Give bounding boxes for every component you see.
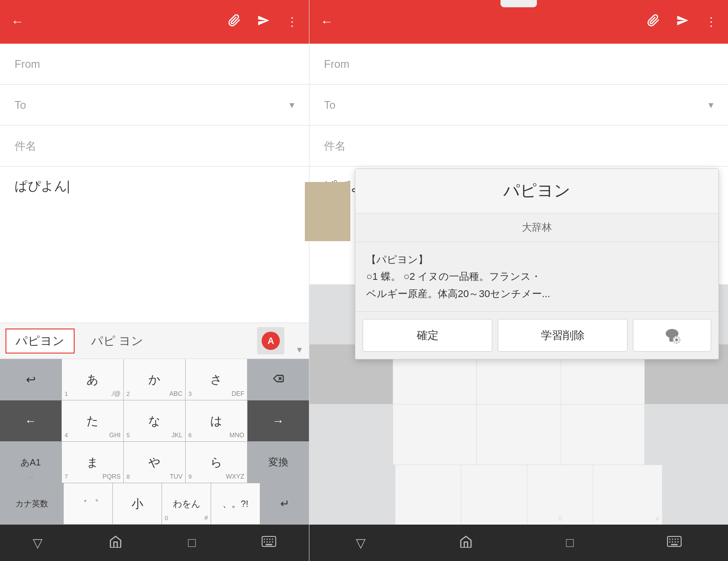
right-to-label: To (324, 99, 360, 111)
right-subject-label: 件名 (324, 139, 360, 153)
left-key-mode[interactable]: あA1 … (0, 442, 62, 483)
left-nav-home[interactable] (109, 535, 122, 551)
left-key-right[interactable]: → (248, 400, 309, 441)
left-key-dakuten[interactable]: ゛ ゜ (64, 483, 113, 524)
left-subject-label: 件名 (15, 139, 51, 153)
left-text-cursor (68, 181, 69, 193)
left-key-enter[interactable]: ↵ (260, 483, 309, 524)
left-compose-body[interactable]: ぱぴよん (0, 167, 309, 206)
left-keyboard-row-4: カナ英数 ゛ ゜ 小 わをん 0 # 、。?! ↵ (0, 483, 309, 525)
left-nav-back[interactable]: ▽ (33, 536, 43, 551)
left-more-icon[interactable]: ⋮ (286, 15, 298, 29)
dict-body-text: 【パピヨン】 ○1 蝶。 ○2 イヌの一品種。フランス・ ベルギー原産。体高20… (366, 254, 550, 299)
left-bottom-nav: ▽ □ (0, 525, 309, 561)
right-from-label: From (324, 58, 360, 71)
dict-source: 大辞林 (355, 213, 718, 242)
scroll-indicator (500, 0, 537, 7)
left-top-bar: ← ⋮ (0, 0, 309, 44)
left-to-label: To (15, 99, 51, 111)
left-keyboard-row-2: ← た 4 GHI な 5 JKL は 6 MNO → (0, 400, 309, 442)
right-to-chevron[interactable]: ▾ (708, 99, 713, 111)
left-key-left[interactable]: ← (0, 400, 62, 441)
left-suggestion-down[interactable]: ▼ (290, 344, 309, 359)
dict-confirm-btn[interactable]: 確定 (363, 319, 492, 352)
right-to-row[interactable]: To ▾ (309, 85, 728, 126)
left-key-ha[interactable]: は 6 MNO (186, 400, 248, 441)
left-key-a[interactable]: あ 1 ./@ (62, 359, 124, 400)
left-key-ma[interactable]: ま 7 PQRS (62, 442, 124, 483)
right-more-icon[interactable]: ⋮ (705, 15, 717, 29)
left-key-back[interactable]: ↩ (0, 359, 62, 400)
left-to-row[interactable]: To ▾ (0, 85, 309, 126)
beige-card-overlay (305, 182, 350, 241)
left-key-ya[interactable]: や 8 TUV (124, 442, 186, 483)
left-from-row: From (0, 44, 309, 85)
left-key-sa[interactable]: さ 3 DEF (186, 359, 248, 400)
left-key-wa[interactable]: わをん 0 # (162, 483, 211, 524)
right-send-icon[interactable] (676, 14, 689, 30)
dict-actions: 確定 学習削除 (355, 312, 718, 359)
left-from-label: From (15, 58, 51, 71)
left-key-punct[interactable]: 、。?! (211, 483, 260, 524)
dict-title: パピヨン (355, 169, 718, 213)
left-subject-row[interactable]: 件名 (0, 126, 309, 167)
dict-body: 【パピヨン】 ○1 蝶。 ○2 イヌの一品種。フランス・ ベルギー原産。体高20… (355, 242, 718, 312)
left-key-kana[interactable]: カナ英数 (0, 483, 64, 524)
right-from-row: From (309, 44, 728, 85)
left-suggestion-selected[interactable]: パピヨン (5, 329, 75, 354)
left-keyboard-row-1: ↩ あ 1 ./@ か 2 ABC さ 3 DEF (0, 359, 309, 400)
right-subject-row[interactable]: 件名 (309, 126, 728, 167)
left-keyboard: ↩ あ 1 ./@ か 2 ABC さ 3 DEF (0, 359, 309, 525)
left-key-backspace[interactable] (248, 359, 309, 400)
left-to-chevron[interactable]: ▾ (289, 99, 294, 111)
left-key-small[interactable]: 小 (113, 483, 162, 524)
dict-delete-btn[interactable]: 学習削除 (498, 319, 627, 352)
left-nav-keyboard[interactable] (262, 536, 276, 550)
right-attach-icon[interactable] (647, 14, 660, 30)
right-back-icon[interactable]: ← (320, 15, 333, 29)
left-form-area: From To ▾ 件名 ぱぴよん (0, 44, 309, 323)
right-nav-recents[interactable]: □ (566, 536, 574, 550)
left-suggestion-bar: パピヨン パピ ヨン A ▼ (0, 323, 309, 359)
right-nav-home[interactable] (459, 535, 473, 551)
right-nav-back[interactable]: ▽ (356, 536, 366, 551)
dict-popup: パピヨン 大辞林 【パピヨン】 ○1 蝶。 ○2 イヌの一品種。フランス・ ベル… (355, 168, 719, 359)
left-suggestion-alt1[interactable]: パピ ヨン (80, 329, 154, 353)
left-back-icon[interactable]: ← (11, 15, 24, 29)
left-key-henkan[interactable]: 変換 (248, 442, 309, 483)
svg-point-15 (675, 339, 678, 341)
left-key-ta[interactable]: た 4 GHI (62, 400, 124, 441)
left-compose-text: ぱぴよん (15, 179, 67, 193)
right-nav-keyboard[interactable] (667, 536, 682, 550)
left-key-ka[interactable]: か 2 ABC (124, 359, 186, 400)
left-nav-recents[interactable]: □ (188, 536, 196, 550)
left-send-icon[interactable] (257, 14, 270, 30)
left-suggestion-icon[interactable]: A (257, 327, 284, 354)
dict-settings-btn[interactable] (633, 319, 711, 352)
right-top-bar: ← ⋮ (309, 0, 728, 44)
right-bottom-nav: ▽ □ (309, 525, 728, 561)
left-attach-icon[interactable] (228, 14, 241, 30)
left-key-na[interactable]: な 5 JKL (124, 400, 186, 441)
left-key-ra[interactable]: ら 9 WXYZ (186, 442, 248, 483)
left-keyboard-row-3: あA1 … ま 7 PQRS や 8 TUV ら 9 WXYZ (0, 442, 309, 483)
right-panel: ← ⋮ From To ▾ 件名 (309, 0, 728, 561)
